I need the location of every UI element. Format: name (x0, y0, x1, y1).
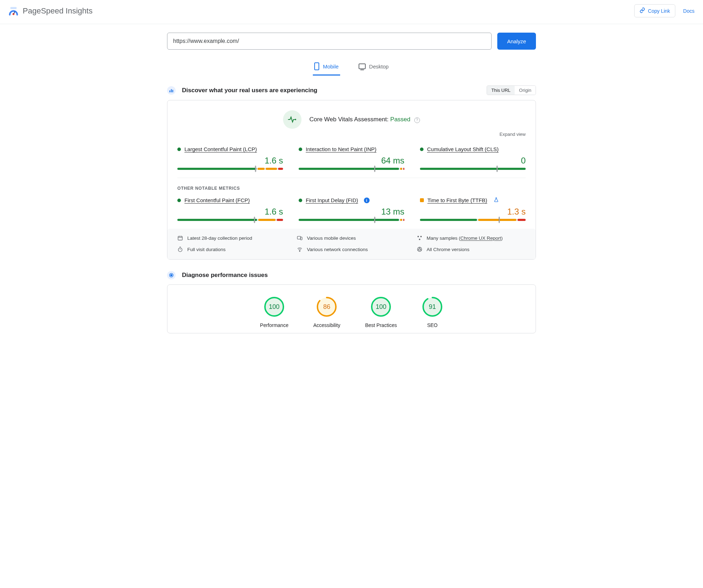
bar-segment (403, 168, 404, 170)
gauge-value: 91 (422, 296, 443, 317)
other-metrics-grid: First Contentful Paint (FCP)1.6 sFirst I… (177, 196, 526, 229)
percentile-marker-icon (497, 166, 498, 172)
cwv-status: Passed (390, 116, 410, 123)
expand-view-link[interactable]: Expand view (177, 132, 526, 137)
distribution-bar (420, 219, 526, 221)
meta-samples-post: ) (501, 235, 503, 241)
svg-rect-0 (10, 7, 17, 9)
metric-name[interactable]: First Contentful Paint (FCP) (184, 197, 250, 203)
header-right: Copy Link Docs (634, 4, 694, 17)
metric-name[interactable]: Cumulative Layout Shift (CLS) (427, 146, 499, 152)
copy-link-button[interactable]: Copy Link (634, 4, 675, 17)
distribution-bar (299, 219, 404, 221)
bar-segment (403, 219, 404, 221)
status-dot-icon (420, 198, 424, 202)
app-header: PageSpeed Insights Copy Link Docs (0, 0, 703, 24)
metric-item: Cumulative Layout Shift (CLS)0 (420, 145, 526, 170)
metric-name[interactable]: Largest Contentful Paint (LCP) (184, 146, 257, 152)
distribution-bar (177, 168, 283, 170)
meta-period: Latest 28-day collection period (177, 235, 286, 241)
score-label: Accessibility (313, 322, 340, 328)
discover-header: Discover what your real users are experi… (167, 85, 536, 95)
other-metrics-heading: OTHER NOTABLE METRICS (177, 186, 526, 191)
meta-samples-pre: Many samples ( (427, 235, 460, 241)
svg-point-10 (417, 236, 419, 237)
bar-segment (258, 168, 265, 170)
chrome-icon (417, 246, 422, 252)
diagnose-title: Diagnose performance issues (182, 272, 268, 279)
meta-durations-text: Full visit durations (187, 247, 226, 252)
scope-toggle: This URL Origin (487, 85, 536, 95)
meta-period-text: Latest 28-day collection period (187, 235, 252, 241)
scope-origin[interactable]: Origin (515, 86, 536, 95)
metric-item: First Input Delay (FID)i13 ms (299, 196, 404, 221)
score-label: Best Practices (365, 322, 397, 328)
experimental-icon (494, 197, 499, 203)
bar-segment (420, 168, 526, 170)
core-metrics-grid: Largest Contentful Paint (LCP)1.6 sInter… (177, 145, 526, 178)
meta-samples: Many samples (Chrome UX Report) (417, 235, 526, 241)
tab-desktop[interactable]: Desktop (357, 60, 390, 76)
gauge-value: 86 (316, 296, 337, 317)
svg-point-18 (171, 274, 172, 276)
cwv-assessment: Core Web Vitals Assessment: Passed ? (177, 110, 526, 129)
mobile-icon (314, 62, 319, 70)
field-meta: Latest 28-day collection period Various … (167, 229, 536, 259)
percentile-marker-icon (255, 166, 256, 172)
calendar-icon (177, 235, 183, 241)
metric-value: 0 (420, 156, 526, 166)
metric-item: First Contentful Paint (FCP)1.6 s (177, 196, 283, 221)
desktop-icon (359, 63, 366, 69)
status-dot-icon (299, 199, 302, 202)
score-gauge[interactable]: 100Performance (260, 296, 288, 328)
svg-point-6 (295, 119, 296, 120)
metric-value: 1.6 s (177, 156, 283, 166)
svg-point-14 (299, 251, 300, 251)
docs-link[interactable]: Docs (683, 8, 694, 14)
diagnose-header: Diagnose performance issues (167, 271, 536, 279)
svg-rect-3 (170, 90, 170, 92)
metric-value: 1.3 s (420, 207, 526, 217)
meta-devices-text: Various mobile devices (307, 235, 356, 241)
svg-point-11 (420, 236, 422, 237)
bar-segment (517, 219, 526, 221)
metric-value: 64 ms (299, 156, 404, 166)
score-gauge[interactable]: 91SEO (422, 296, 443, 328)
help-icon[interactable]: ? (414, 117, 420, 123)
svg-rect-8 (298, 236, 301, 239)
bar-segment (420, 219, 477, 221)
distribution-bar (299, 168, 404, 170)
bar-segment (278, 168, 283, 170)
score-gauge[interactable]: 100Best Practices (365, 296, 397, 328)
svg-point-12 (419, 239, 420, 240)
meta-versions: All Chrome versions (417, 246, 526, 252)
cwv-text: Core Web Vitals Assessment: Passed ? (309, 116, 420, 123)
scope-this-url[interactable]: This URL (487, 86, 515, 95)
metric-item: Time to First Byte (TTFB)1.3 s (420, 196, 526, 221)
score-gauge[interactable]: 86Accessibility (313, 296, 340, 328)
meta-durations: Full visit durations (177, 246, 286, 252)
metric-name[interactable]: Interaction to Next Paint (INP) (306, 146, 376, 152)
cwv-label: Core Web Vitals Assessment: (309, 116, 390, 123)
metric-name[interactable]: First Input Delay (FID) (306, 197, 358, 203)
bar-segment (299, 219, 399, 221)
meta-versions-text: All Chrome versions (427, 247, 470, 252)
tab-mobile[interactable]: Mobile (313, 60, 340, 76)
bar-segment (400, 168, 402, 170)
svg-point-16 (419, 248, 420, 250)
bar-segment (299, 168, 399, 170)
crux-link[interactable]: Chrome UX Report (460, 235, 501, 241)
percentile-marker-icon (254, 217, 255, 223)
info-icon[interactable]: i (364, 198, 370, 203)
meta-network: Various network connections (297, 246, 406, 252)
target-icon (167, 271, 176, 279)
metric-name[interactable]: Time to First Byte (TTFB) (427, 197, 487, 203)
analyze-button[interactable]: Analyze (497, 33, 536, 50)
url-input[interactable] (167, 33, 492, 50)
meta-network-text: Various network connections (307, 247, 368, 252)
vitals-icon (283, 110, 301, 129)
header-left: PageSpeed Insights (9, 6, 93, 16)
gauge-icon: 91 (422, 296, 443, 317)
status-dot-icon (177, 199, 181, 202)
copy-link-label: Copy Link (648, 8, 670, 14)
